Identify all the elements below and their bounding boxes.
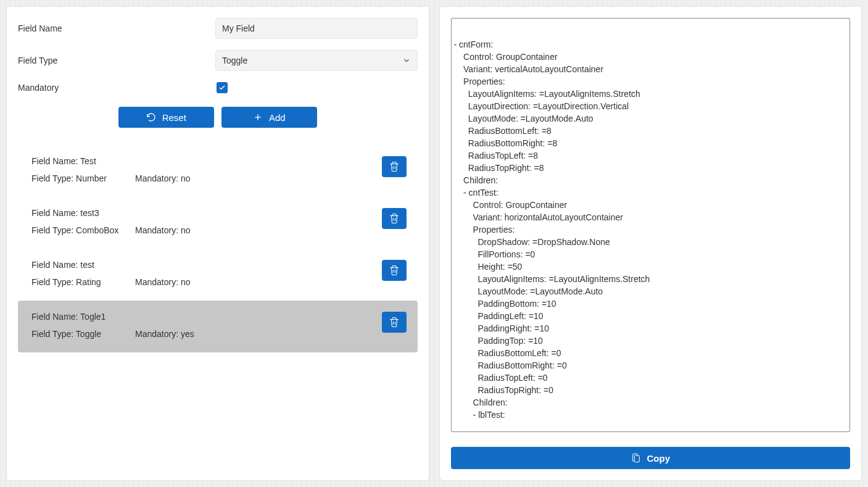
copy-button-label: Copy bbox=[647, 453, 671, 464]
add-button[interactable]: Add bbox=[221, 107, 317, 128]
field-card-mandatory: Mandatory: no bbox=[135, 277, 191, 287]
field-card-type: Field Type: ComboBox bbox=[31, 225, 135, 235]
delete-button[interactable] bbox=[382, 260, 407, 281]
field-card-type: Field Type: Number bbox=[31, 173, 135, 183]
refresh-icon bbox=[146, 112, 156, 122]
field-card-mandatory: Mandatory: yes bbox=[135, 329, 194, 339]
svg-rect-10 bbox=[634, 456, 639, 462]
field-info: Field Name: Togle1Field Type: ToggleMand… bbox=[31, 312, 404, 339]
delete-button[interactable] bbox=[382, 156, 407, 177]
field-card[interactable]: Field Name: test3Field Type: ComboBoxMan… bbox=[18, 197, 418, 249]
mandatory-label: Mandatory bbox=[18, 83, 215, 93]
chevron-down-icon bbox=[402, 56, 411, 65]
mandatory-checkbox[interactable] bbox=[217, 82, 228, 93]
trash-icon bbox=[389, 265, 400, 276]
field-card-details: Field Type: ComboBoxMandatory: no bbox=[31, 225, 404, 235]
reset-button-label: Reset bbox=[162, 112, 186, 123]
app-container: Field Name My Field Field Type Toggle Ma… bbox=[6, 6, 862, 481]
add-button-label: Add bbox=[269, 112, 286, 123]
field-name-label: Field Name bbox=[18, 23, 215, 33]
field-card-type: Field Type: Rating bbox=[31, 277, 135, 287]
field-card-details: Field Type: NumberMandatory: no bbox=[31, 173, 404, 183]
field-type-value: Toggle bbox=[222, 56, 247, 65]
trash-icon bbox=[389, 213, 400, 224]
form-panel: Field Name My Field Field Type Toggle Ma… bbox=[6, 6, 429, 481]
plus-icon bbox=[253, 112, 263, 122]
field-type-label: Field Type bbox=[18, 56, 215, 65]
trash-icon bbox=[389, 161, 400, 172]
copy-row: Copy bbox=[451, 447, 851, 469]
button-row: Reset Add bbox=[18, 107, 418, 128]
output-panel: - cntForm: Control: GroupContainer Varia… bbox=[439, 6, 862, 481]
field-card-type: Field Type: Toggle bbox=[31, 329, 135, 339]
field-card[interactable]: Field Name: testField Type: RatingMandat… bbox=[18, 249, 418, 301]
field-info: Field Name: test3Field Type: ComboBoxMan… bbox=[31, 208, 404, 235]
field-card[interactable]: Field Name: TestField Type: NumberMandat… bbox=[18, 145, 418, 197]
field-name-input[interactable]: My Field bbox=[215, 18, 418, 39]
copy-button[interactable]: Copy bbox=[451, 447, 851, 469]
field-name-value: My Field bbox=[222, 23, 255, 33]
copy-icon bbox=[631, 452, 641, 464]
delete-button[interactable] bbox=[382, 208, 407, 229]
field-card-mandatory: Mandatory: no bbox=[135, 225, 191, 235]
reset-button[interactable]: Reset bbox=[118, 107, 214, 128]
field-card-name: Field Name: Togle1 bbox=[31, 312, 404, 322]
field-card-name: Field Name: Test bbox=[31, 156, 404, 166]
field-info: Field Name: TestField Type: NumberMandat… bbox=[31, 156, 404, 183]
field-card-details: Field Type: ToggleMandatory: yes bbox=[31, 329, 404, 339]
row-field-name: Field Name My Field bbox=[18, 18, 418, 39]
checkmark-icon bbox=[218, 84, 226, 91]
field-card[interactable]: Field Name: Togle1Field Type: ToggleMand… bbox=[18, 301, 418, 352]
field-card-name: Field Name: test3 bbox=[31, 208, 404, 218]
field-card-details: Field Type: RatingMandatory: no bbox=[31, 277, 404, 287]
field-info: Field Name: testField Type: RatingMandat… bbox=[31, 260, 404, 287]
row-field-type: Field Type Toggle bbox=[18, 50, 418, 71]
field-card-mandatory: Mandatory: no bbox=[135, 173, 191, 183]
field-card-name: Field Name: test bbox=[31, 260, 404, 270]
field-list: Field Name: TestField Type: NumberMandat… bbox=[18, 145, 418, 352]
delete-button[interactable] bbox=[382, 312, 407, 333]
field-type-select[interactable]: Toggle bbox=[215, 50, 418, 71]
trash-icon bbox=[389, 317, 400, 328]
yaml-output[interactable]: - cntForm: Control: GroupContainer Varia… bbox=[451, 18, 851, 432]
row-mandatory: Mandatory bbox=[18, 82, 418, 93]
